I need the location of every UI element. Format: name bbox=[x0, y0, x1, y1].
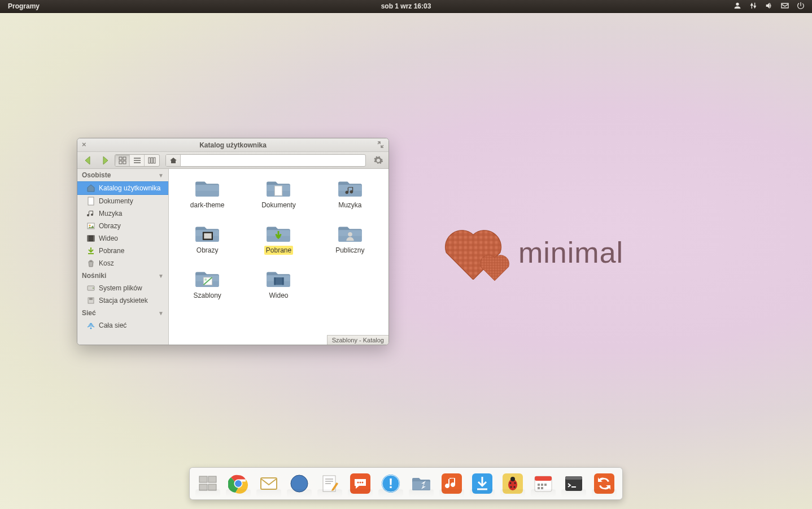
sidebar-item-image[interactable]: Obrazy bbox=[77, 220, 168, 232]
sidebar-section-header[interactable]: Sieć▼ bbox=[77, 307, 168, 319]
sidebar-item-floppy[interactable]: Stacja dyskietek bbox=[77, 294, 168, 307]
video-icon bbox=[86, 234, 95, 243]
file-item[interactable]: Dokumenty bbox=[245, 176, 312, 210]
music-icon bbox=[86, 209, 95, 218]
column-view-button[interactable] bbox=[145, 155, 159, 166]
svg-point-68 bbox=[510, 482, 512, 484]
path-home-button[interactable] bbox=[166, 155, 181, 166]
file-item[interactable]: Muzyka bbox=[316, 176, 384, 210]
file-label: Szablony bbox=[191, 291, 222, 300]
dock-file-manager[interactable] bbox=[409, 471, 434, 496]
file-label: Muzyka bbox=[337, 201, 363, 210]
svg-text:!: ! bbox=[388, 476, 393, 491]
folder-icon bbox=[194, 176, 221, 198]
file-item[interactable]: Obrazy bbox=[173, 221, 241, 255]
file-manager-window: × Katalog użytkownika Osobiste▼Katalog u… bbox=[77, 138, 389, 345]
svg-point-36 bbox=[348, 232, 352, 237]
content-area: dark-themeDokumentyMuzykaObrazyPobranePu… bbox=[169, 169, 388, 345]
sidebar-item-network[interactable]: Cała sieć bbox=[77, 319, 168, 332]
svg-rect-5 bbox=[119, 161, 122, 164]
sidebar-item-music[interactable]: Muzyka bbox=[77, 207, 168, 220]
file-item[interactable]: dark-theme bbox=[173, 176, 241, 210]
icon-view-button[interactable] bbox=[115, 155, 130, 166]
sidebar-item-disk[interactable]: System plików bbox=[77, 282, 168, 294]
dock-calendar[interactable] bbox=[531, 471, 556, 496]
folder-icon bbox=[194, 221, 221, 243]
dock-browser[interactable] bbox=[287, 471, 312, 496]
svg-rect-25 bbox=[275, 186, 282, 195]
svg-rect-9 bbox=[154, 158, 155, 163]
dock-mail[interactable] bbox=[256, 471, 281, 496]
apps-menu[interactable]: Programy bbox=[0, 2, 47, 10]
folder-icon bbox=[265, 176, 292, 198]
dock-bug[interactable] bbox=[500, 471, 525, 496]
wallpaper-brand: minimal bbox=[440, 223, 623, 282]
file-label: Wideo bbox=[267, 291, 290, 300]
titlebar[interactable]: × Katalog użytkownika bbox=[77, 138, 388, 152]
svg-point-67 bbox=[510, 477, 515, 481]
svg-rect-44 bbox=[282, 277, 284, 285]
pathbar[interactable] bbox=[165, 154, 366, 167]
svg-rect-14 bbox=[88, 236, 89, 241]
file-label: Pobrane bbox=[264, 246, 293, 255]
back-button[interactable] bbox=[81, 154, 95, 167]
forward-button[interactable] bbox=[98, 154, 112, 167]
svg-rect-8 bbox=[151, 158, 153, 163]
svg-rect-48 bbox=[208, 484, 216, 490]
network-icon[interactable] bbox=[749, 1, 758, 12]
dock-music-player[interactable] bbox=[439, 471, 464, 496]
folder-icon bbox=[265, 221, 292, 243]
user-icon[interactable] bbox=[733, 1, 742, 12]
dock-workspace-switcher[interactable] bbox=[195, 471, 220, 496]
power-icon[interactable] bbox=[796, 1, 805, 12]
dock-help[interactable]: ! bbox=[378, 471, 403, 496]
mail-icon[interactable] bbox=[780, 1, 789, 12]
heart-icon bbox=[440, 223, 506, 282]
file-item[interactable]: Szablony bbox=[173, 266, 241, 300]
sidebar-item-home[interactable]: Katalog użytkownika bbox=[77, 181, 168, 195]
svg-rect-31 bbox=[204, 233, 211, 239]
tray bbox=[733, 1, 812, 12]
trash-icon bbox=[86, 259, 95, 268]
file-label: Dokumenty bbox=[260, 201, 298, 210]
volume-icon[interactable] bbox=[765, 1, 774, 12]
heart-small-icon bbox=[478, 251, 512, 283]
maximize-icon[interactable] bbox=[377, 141, 384, 150]
file-item[interactable]: Pobrane bbox=[245, 221, 312, 255]
sidebar-item-trash[interactable]: Kosz bbox=[77, 257, 168, 269]
doc-icon bbox=[86, 197, 95, 206]
close-icon[interactable]: × bbox=[82, 141, 90, 149]
file-item[interactable]: Publiczny bbox=[316, 221, 384, 255]
svg-point-20 bbox=[90, 328, 92, 329]
svg-rect-27 bbox=[338, 185, 362, 190]
dock-downloader[interactable] bbox=[470, 471, 495, 496]
dock-text-editor[interactable] bbox=[317, 471, 342, 496]
folder-icon bbox=[337, 221, 364, 243]
dock-update[interactable] bbox=[592, 471, 617, 496]
toolbar bbox=[77, 152, 388, 169]
svg-point-57 bbox=[360, 482, 361, 484]
svg-point-58 bbox=[362, 482, 364, 484]
clock[interactable]: sob 1 wrz 16:03 bbox=[381, 2, 431, 10]
svg-point-12 bbox=[89, 225, 91, 227]
svg-rect-62 bbox=[412, 481, 430, 490]
svg-rect-19 bbox=[89, 298, 93, 300]
svg-rect-76 bbox=[594, 473, 614, 494]
dock-chat[interactable] bbox=[348, 471, 373, 496]
svg-point-17 bbox=[93, 288, 94, 289]
sidebar-section-header[interactable]: Nośniki▼ bbox=[77, 269, 168, 282]
sidebar-item-doc[interactable]: Dokumenty bbox=[77, 195, 168, 207]
sidebar-item-download[interactable]: Pobrane bbox=[77, 245, 168, 257]
dock-chrome[interactable] bbox=[226, 471, 251, 496]
svg-point-56 bbox=[357, 482, 359, 484]
folder-icon bbox=[337, 176, 364, 198]
sidebar-item-video[interactable]: Wideo bbox=[77, 232, 168, 245]
svg-rect-75 bbox=[565, 476, 582, 480]
file-item[interactable]: Wideo bbox=[245, 266, 312, 300]
settings-button[interactable] bbox=[372, 154, 385, 167]
sidebar-section-header[interactable]: Osobiste▼ bbox=[77, 169, 168, 181]
list-view-button[interactable] bbox=[130, 155, 145, 166]
top-panel: Programy sob 1 wrz 16:03 bbox=[0, 0, 812, 13]
dock: ! bbox=[189, 467, 623, 500]
dock-terminal[interactable] bbox=[561, 471, 586, 496]
